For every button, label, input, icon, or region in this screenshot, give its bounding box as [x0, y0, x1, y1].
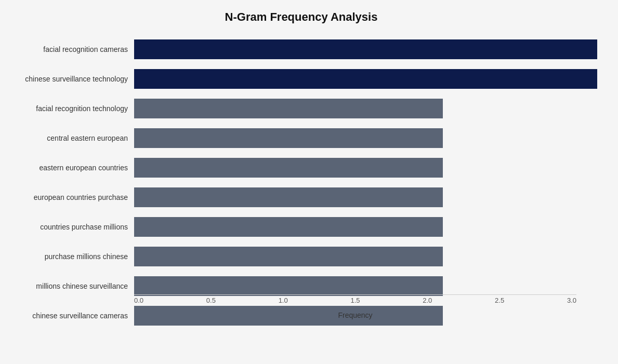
bar-wrapper	[134, 182, 597, 212]
bar-label: central eastern european	[5, 134, 134, 142]
bar-label: eastern european countries	[5, 164, 134, 172]
x-tick: 2.5	[495, 296, 504, 304]
bar-fill	[134, 217, 443, 237]
bar-fill	[134, 128, 443, 148]
bar-fill	[134, 247, 443, 266]
bar-label: purchase millions chinese	[5, 252, 134, 261]
bar-label: millions chinese surveillance	[5, 282, 134, 290]
bar-row: facial recognition technology	[5, 93, 597, 123]
bar-row: european countries purchase	[5, 182, 597, 212]
bar-row: chinese surveillance technology	[5, 64, 597, 93]
x-tick: 3.0	[567, 296, 576, 304]
bar-wrapper	[134, 64, 597, 93]
bar-label: facial recognition cameras	[5, 45, 134, 53]
bar-fill	[134, 69, 597, 89]
chart-title: N-Gram Frequency Analysis	[5, 10, 597, 24]
bar-wrapper	[134, 93, 597, 123]
bar-wrapper	[134, 153, 597, 182]
bar-wrapper	[134, 212, 597, 241]
chart-container: N-Gram Frequency Analysis facial recogni…	[0, 0, 618, 364]
x-tick: 2.0	[423, 296, 432, 304]
bar-label: facial recognition technology	[5, 104, 134, 113]
bar-wrapper	[134, 123, 597, 153]
bar-fill	[134, 39, 597, 59]
x-ticks: 0.00.51.01.52.02.53.0	[134, 296, 576, 304]
bar-row: purchase millions chinese	[5, 241, 597, 271]
bar-row: countries purchase millions	[5, 212, 597, 241]
x-tick: 1.5	[350, 296, 360, 304]
x-axis-label: Frequency	[338, 311, 372, 319]
bar-label: countries purchase millions	[5, 223, 134, 231]
x-tick: 1.0	[279, 296, 288, 304]
bar-label: chinese surveillance technology	[5, 75, 134, 83]
bar-wrapper	[134, 34, 597, 64]
bar-label: european countries purchase	[5, 193, 134, 201]
bar-fill	[134, 99, 443, 118]
bar-fill	[134, 276, 443, 296]
bar-row: facial recognition cameras	[5, 34, 597, 64]
bar-wrapper	[134, 241, 597, 271]
bar-label: chinese surveillance cameras	[5, 312, 134, 320]
x-tick: 0.0	[134, 296, 143, 304]
bar-fill	[134, 158, 443, 178]
x-tick: 0.5	[206, 296, 216, 304]
bar-row: eastern european countries	[5, 153, 597, 182]
bar-fill	[134, 187, 443, 207]
x-axis-line	[134, 294, 576, 295]
bar-row: central eastern european	[5, 123, 597, 153]
